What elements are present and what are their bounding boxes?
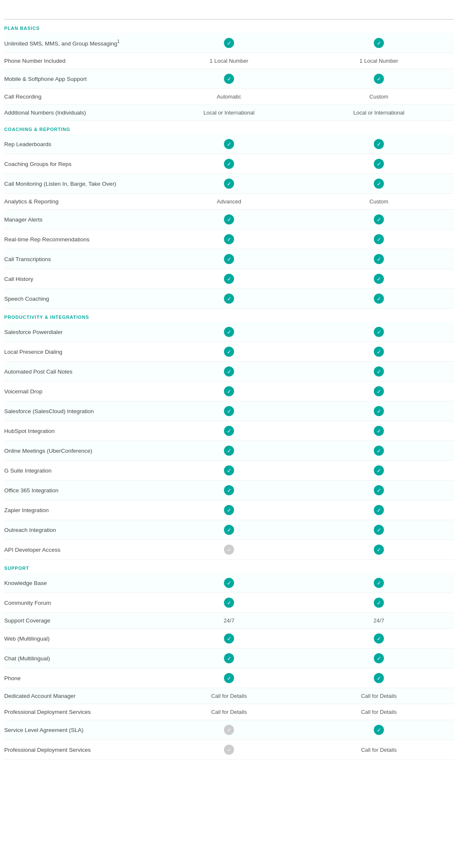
check-icon: ✓ (374, 406, 384, 416)
check-icon: ✓ (374, 179, 384, 189)
feature-name: Unlimited SMS, MMS, and Group Messaging1 (4, 39, 154, 47)
feature-name: Salesforce Powerdialer (4, 329, 154, 335)
feature-name: Professional Deployment Services (4, 709, 154, 715)
check-icon: ✓ (224, 74, 234, 84)
feature-text-value: Call for Details (361, 709, 397, 715)
feature-name: Online Meetings (UberConference) (4, 448, 154, 454)
enterprise-value: ✓ (304, 254, 454, 264)
check-icon: ✓ (374, 254, 384, 264)
enterprise-value: ✓ (304, 179, 454, 189)
feature-name: Outreach Integration (4, 527, 154, 533)
feature-text-value: 1 Local Number (359, 58, 398, 64)
feature-text-value: Custom (370, 198, 389, 205)
pro-value: Advanced (154, 198, 304, 205)
enterprise-value: ✓ (304, 38, 454, 48)
check-icon-gray: ✓ (224, 545, 234, 555)
pro-value: ✓ (154, 234, 304, 244)
enterprise-value: ✓ (304, 725, 454, 735)
feature-row: Call Transcriptions✓✓ (4, 249, 454, 269)
section-1: COACHING & REPORTINGRep Leaderboards✓✓Co… (4, 121, 454, 309)
feature-name: Call Monitoring (Listen In, Barge, Take … (4, 181, 154, 187)
feature-text-value: Call for Details (361, 747, 397, 753)
section-label-3: SUPPORT (4, 566, 154, 571)
section-3: SUPPORTKnowledge Base✓✓Community Forum✓✓… (4, 560, 454, 760)
enterprise-value: ✓ (304, 505, 454, 515)
check-icon: ✓ (374, 578, 384, 588)
feature-row: Call Monitoring (Listen In, Barge, Take … (4, 174, 454, 194)
check-icon: ✓ (374, 465, 384, 475)
check-icon: ✓ (224, 598, 234, 608)
check-icon: ✓ (374, 214, 384, 224)
feature-row: Office 365 Integration✓✓ (4, 481, 454, 500)
feature-name: Salesforce (SalesCloud) Integration (4, 408, 154, 414)
pro-value: Local or International (154, 110, 304, 116)
feature-name: Call Recording (4, 93, 154, 100)
feature-text-value: Advanced (217, 198, 241, 205)
feature-name: Call Transcriptions (4, 256, 154, 262)
feature-name: Knowledge Base (4, 580, 154, 586)
feature-row: Dedicated Account ManagerCall for Detail… (4, 688, 454, 704)
feature-text-value: Call for Details (361, 693, 397, 699)
pro-value: Call for Details (154, 693, 304, 699)
check-icon: ✓ (374, 294, 384, 304)
feature-name: Community Forum (4, 600, 154, 606)
feature-row: G Suite Integration✓✓ (4, 461, 454, 481)
enterprise-value: ✓ (304, 214, 454, 224)
feature-row: API Developer Access✓✓ (4, 540, 454, 560)
enterprise-value: ✓ (304, 426, 454, 436)
enterprise-value: ✓ (304, 406, 454, 416)
pro-value: ✓ (154, 294, 304, 304)
feature-name: Local Presence Dialing (4, 349, 154, 355)
check-icon: ✓ (224, 327, 234, 337)
feature-row: Community Forum✓✓ (4, 593, 454, 613)
check-icon: ✓ (224, 294, 234, 304)
pro-value: ✓ (154, 139, 304, 149)
feature-name: Analytics & Reporting (4, 198, 154, 205)
feature-row: Real-time Rep Recommendations✓✓ (4, 230, 454, 249)
check-icon: ✓ (224, 406, 234, 416)
check-icon: ✓ (224, 214, 234, 224)
feature-name: Chat (Multilingual) (4, 655, 154, 662)
feature-row: Rep Leaderboards✓✓ (4, 134, 454, 154)
feature-row: Zapier Integration✓✓ (4, 500, 454, 520)
feature-row: Automated Post Call Notes✓✓ (4, 362, 454, 382)
section-header-1: COACHING & REPORTING (4, 121, 454, 134)
feature-row: HubSpot Integration✓✓ (4, 421, 454, 441)
enterprise-value: ✓ (304, 274, 454, 284)
enterprise-value: ✓ (304, 653, 454, 663)
enterprise-value: ✓ (304, 465, 454, 475)
feature-name: Call History (4, 276, 154, 282)
pro-value: ✓ (154, 725, 304, 735)
check-icon: ✓ (224, 254, 234, 264)
pro-value: ✓ (154, 465, 304, 475)
enterprise-value: ✓ (304, 159, 454, 169)
feature-row: Salesforce (SalesCloud) Integration✓✓ (4, 401, 454, 421)
feature-text-value: Local or International (203, 110, 254, 116)
pro-value: ✓ (154, 74, 304, 84)
check-icon: ✓ (224, 139, 234, 149)
feature-text-value: Call for Details (211, 693, 247, 699)
feature-name: Coaching Groups for Reps (4, 161, 154, 167)
feature-text-value: 24/7 (224, 617, 234, 624)
pro-value: ✓ (154, 446, 304, 456)
feature-name: Office 365 Integration (4, 487, 154, 494)
feature-name: Manager Alerts (4, 216, 154, 223)
check-icon: ✓ (224, 38, 234, 48)
feature-row: Call RecordingAutomaticCustom (4, 89, 454, 105)
pro-value: 1 Local Number (154, 58, 304, 64)
enterprise-value: ✓ (304, 366, 454, 377)
pro-value: ✓ (154, 159, 304, 169)
feature-row: Web (Multilingual)✓✓ (4, 629, 454, 649)
pro-value: ✓ (154, 653, 304, 663)
section-label-1: COACHING & REPORTING (4, 127, 154, 132)
check-icon: ✓ (374, 673, 384, 683)
pro-value: ✓ (154, 505, 304, 515)
check-icon: ✓ (374, 505, 384, 515)
feature-row: Analytics & ReportingAdvancedCustom (4, 194, 454, 210)
feature-text-value: Call for Details (211, 709, 247, 715)
check-icon: ✓ (374, 366, 384, 377)
pro-value: ✓ (154, 545, 304, 555)
check-icon: ✓ (224, 505, 234, 515)
feature-row: Service Level Agreement (SLA)✓✓ (4, 720, 454, 740)
pro-value: ✓ (154, 274, 304, 284)
